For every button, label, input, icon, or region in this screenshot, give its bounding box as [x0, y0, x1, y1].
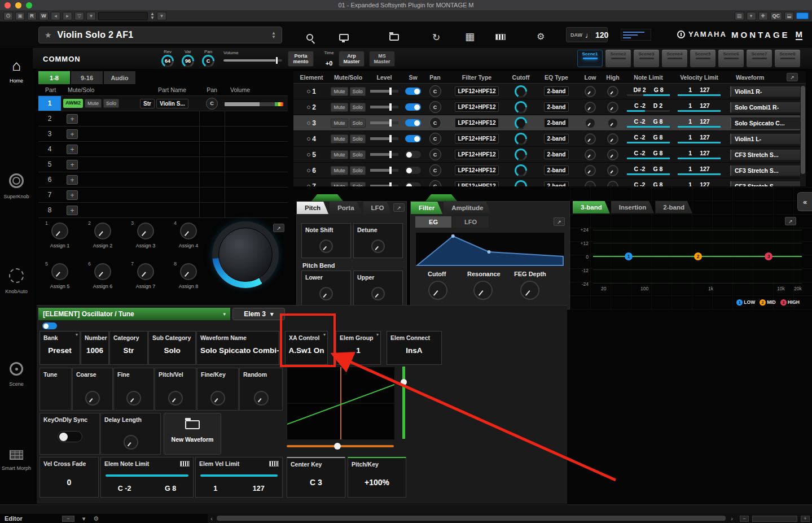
element-pan-knob[interactable]: C [429, 180, 441, 186]
eq-low-knob[interactable] [585, 117, 596, 129]
common-label[interactable]: COMMON [43, 55, 81, 63]
pan-knob[interactable]: Pan C [199, 49, 218, 67]
color-chip[interactable] [796, 12, 809, 19]
note-limit-low[interactable]: C -2 [118, 485, 131, 493]
performance-selector[interactable]: Violin Solo 2 AF1 ▲▼ [38, 27, 282, 43]
velocity-limit-low[interactable]: 1 [688, 165, 692, 172]
performance-spinner[interactable]: ▲▼ [271, 31, 276, 39]
velocity-limit-high[interactable]: 127 [700, 86, 710, 93]
elem-group-field[interactable]: Elem Group 1 [336, 331, 381, 365]
eq-band2-handle[interactable]: 2 [694, 252, 702, 260]
filter-type-select[interactable]: LPF12+HPF12 [455, 102, 499, 112]
porta-time-knob[interactable]: Time +0 [319, 50, 339, 67]
tab-lfo[interactable]: LFO [363, 202, 392, 214]
power-icon[interactable]: ⏻ [3, 12, 13, 20]
close-window-button[interactable] [5, 2, 11, 8]
eq-low-knob[interactable] [585, 86, 596, 97]
compare-icon[interactable]: ▾ [86, 12, 96, 20]
note-limit-high[interactable]: D 2 [653, 102, 662, 109]
part-row-5[interactable]: 5 [38, 157, 288, 172]
element-range-bar[interactable] [402, 367, 405, 439]
tab-eg[interactable]: EG [415, 216, 451, 228]
waveform-select[interactable]: Solo Combi1 R- [730, 102, 801, 113]
coarse-tune-knob[interactable] [85, 391, 100, 406]
eq-type-select[interactable]: 2-band [544, 150, 569, 159]
scene-3-button[interactable]: Scene3 [634, 50, 659, 67]
note-limit-high[interactable]: G 8 [653, 181, 662, 186]
preset-up-down-spinner[interactable]: ▲▼ [150, 12, 155, 20]
element-mute-button[interactable]: Mute [331, 103, 348, 112]
coarse-tune-field[interactable]: Coarse [72, 368, 113, 411]
part-row-6[interactable]: 6 [38, 172, 288, 188]
element-switch-toggle[interactable] [405, 167, 421, 174]
element-level-slider[interactable] [370, 106, 398, 108]
eq-low-knob[interactable] [585, 181, 596, 187]
expand-icon[interactable] [785, 217, 796, 225]
write-automation-button[interactable]: W [39, 12, 49, 20]
reverb-send-knob[interactable]: Rev 64 [158, 49, 177, 67]
center-key-field[interactable]: Center Key C 3 [287, 457, 345, 498]
element-switch-toggle[interactable] [405, 103, 421, 111]
filter-type-select[interactable]: LPF12+HPF12 [455, 181, 499, 186]
scene-7-button[interactable]: Scene7 [747, 50, 772, 67]
note-limit-low[interactable]: C -2 [634, 118, 646, 125]
filter-type-select[interactable]: LPF12+HPF12 [455, 134, 499, 143]
key-follow-graph[interactable] [287, 367, 394, 439]
horizontal-scrollbar[interactable]: − + [208, 514, 812, 523]
pitch-bend-lower-field[interactable]: Lower [301, 271, 351, 306]
element-switch-toggle[interactable] [405, 151, 421, 158]
note-limit-low[interactable]: C -2 [634, 102, 646, 109]
lock-icon[interactable]: ⬓ [784, 12, 794, 20]
velocity-limit-low[interactable]: 1 [688, 134, 692, 141]
eq-high-knob[interactable] [607, 117, 618, 129]
sub-category-field[interactable]: Sub Category Solo [148, 331, 196, 365]
element-row-3-selected[interactable]: 3 MuteSolo C LPF12+HPF12 2-band C -2G 8 … [293, 115, 806, 131]
element-pan-knob[interactable]: C [429, 149, 441, 160]
sync-icon[interactable] [432, 32, 440, 43]
note-limit-low[interactable]: C -2 [634, 165, 646, 172]
cutoff-knob[interactable] [515, 133, 527, 145]
preset-next-icon[interactable]: ▸ [63, 12, 72, 20]
assign-7-knob[interactable]: 7Assign 7 [124, 260, 167, 300]
tab-3-band[interactable]: 3-band [573, 201, 610, 213]
search-icon[interactable] [306, 34, 313, 41]
element-mute-button[interactable]: Mute [331, 134, 348, 143]
element-scrollbar-thumb[interactable] [801, 86, 805, 174]
pitch-vel-field[interactable]: Pitch/Vel [155, 368, 196, 411]
cutoff-knob[interactable] [515, 180, 527, 187]
assign-3-knob[interactable]: 3Assign 3 [124, 219, 167, 260]
element-level-slider[interactable] [370, 185, 398, 186]
tab-parts-9-16[interactable]: 9-16 [71, 71, 103, 84]
element-mute-button[interactable]: Mute [331, 166, 348, 175]
tab-pitch[interactable]: Pitch [297, 202, 328, 214]
element-pan-knob[interactable]: C [429, 133, 441, 145]
element-row-5[interactable]: 5 MuteSolo C LPF12+HPF12 2-band C -2G 8 … [293, 147, 806, 163]
cutoff-knob[interactable] [515, 164, 527, 177]
waveform-select[interactable]: Violin1 L- [730, 133, 801, 145]
waveform-name-field[interactable]: Waveform Name Solo Spiccato Combi- [196, 331, 279, 365]
pitch-bend-upper-knob[interactable] [371, 287, 385, 300]
part-name[interactable]: Violin S... [156, 99, 188, 108]
eq-low-knob[interactable] [585, 133, 596, 145]
note-limit-low[interactable]: D# 2 [633, 86, 646, 93]
element-level-slider[interactable] [370, 121, 398, 124]
part-row-4[interactable]: 4 [38, 142, 288, 157]
assign-1-knob[interactable]: 1Assign 1 [38, 219, 81, 260]
element-radio[interactable] [307, 185, 310, 187]
note-limit-high[interactable]: G 8 [654, 86, 664, 93]
element-radio[interactable] [307, 106, 310, 109]
element-radio[interactable] [307, 121, 310, 125]
part-mute-button[interactable]: Mute [85, 99, 102, 108]
element-solo-button[interactable]: Solo [350, 119, 366, 128]
element-level-slider[interactable] [370, 169, 398, 172]
detune-knob[interactable] [371, 239, 385, 253]
velocity-limit-low[interactable]: 1 [688, 181, 692, 186]
eq-high-knob[interactable] [607, 165, 618, 176]
vel-cross-fade-field[interactable]: Vel Cross Fade 0 [39, 457, 99, 498]
collapse-panel-button[interactable] [797, 192, 812, 211]
zoom-out-button[interactable]: − [740, 516, 749, 522]
common-volume-slider[interactable]: Volume [223, 50, 282, 62]
element-solo-button[interactable]: Solo [350, 166, 366, 175]
element-switch-toggle[interactable] [405, 119, 421, 127]
add-part-button[interactable] [67, 160, 78, 169]
